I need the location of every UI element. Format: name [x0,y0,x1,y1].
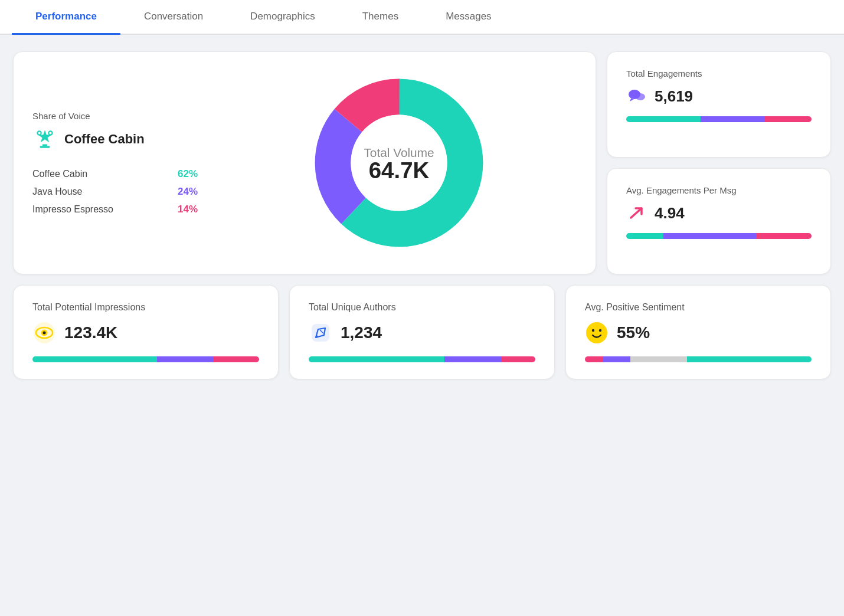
sov-item-impresso: Impresso Espresso 14% [32,204,198,215]
main-content: Share of Voice Coffee Cabin [0,35,844,396]
total-impressions-value: 123.4K [64,323,117,342]
sov-item-java-house: Java House 24% [32,186,198,198]
svg-point-14 [592,329,594,332]
avg-engagements-card: Avg. Engagements Per Msg 4.94 [607,168,831,274]
svg-point-13 [586,322,607,343]
chat-bubbles-icon [626,86,647,107]
avg-sentiment-bar [585,356,812,362]
sov-item-name-3: Impresso Espresso [32,204,113,215]
sov-label: Share of Voice [32,111,198,121]
tab-performance[interactable]: Performance [12,0,120,35]
sov-item-name-2: Java House [32,186,83,197]
tab-themes[interactable]: Themes [339,0,422,35]
sov-brand-name: Coffee Cabin [64,132,145,147]
total-impressions-value-row: 123.4K [32,321,259,345]
svg-point-3 [37,131,41,135]
total-authors-value-row: 1,234 [309,321,535,345]
total-engagements-label: Total Engagements [626,68,812,78]
donut-chart: Total Volume 64.7K [305,68,493,257]
smiley-icon [585,321,609,345]
avg-sentiment-label: Avg. Positive Sentiment [585,302,812,313]
tab-demographics[interactable]: Demographics [227,0,339,35]
total-engagements-card: Total Engagements 5,619 [607,51,831,158]
svg-rect-1 [40,146,50,148]
sov-item-pct-1: 62% [178,168,198,180]
svg-rect-0 [42,144,47,146]
sov-brand: Coffee Cabin [32,127,198,152]
sov-item-pct-3: 14% [178,204,198,215]
avg-engagements-bar [626,233,812,239]
top-row: Share of Voice Coffee Cabin [13,51,831,274]
avg-sentiment-card: Avg. Positive Sentiment 55% [565,285,831,379]
donut-center-value: 64.7K [369,158,430,183]
right-cards: Total Engagements 5,619 [607,51,831,274]
total-engagements-bar [626,116,812,122]
avg-engagements-value: 4.94 [655,204,685,222]
total-authors-value: 1,234 [341,323,382,342]
trophy-icon [32,127,57,152]
sov-item-coffee-cabin: Coffee Cabin 62% [32,168,198,180]
total-impressions-label: Total Potential Impressions [32,302,259,313]
pencil-icon [309,321,332,345]
tab-conversation[interactable]: Conversation [120,0,227,35]
svg-point-5 [636,93,645,100]
total-engagements-value: 5,619 [655,87,693,106]
avg-sentiment-value: 55% [617,323,650,342]
sov-item-name-1: Coffee Cabin [32,169,87,179]
avg-sentiment-value-row: 55% [585,321,812,345]
sov-left: Share of Voice Coffee Cabin [32,111,198,215]
svg-point-2 [48,131,52,135]
total-impressions-bar [32,356,259,362]
donut-chart-wrap: Total Volume 64.7K [221,68,577,257]
total-impressions-card: Total Potential Impressions 123.4K [13,285,279,379]
tab-messages[interactable]: Messages [422,0,515,35]
avg-engagements-label: Avg. Engagements Per Msg [626,185,812,195]
total-engagements-value-row: 5,619 [626,86,812,107]
arrow-up-right-icon [626,202,647,224]
total-authors-card: Total Unique Authors 1,234 [289,285,555,379]
bottom-row: Total Potential Impressions 123.4K [13,285,831,379]
nav-tabs: Performance Conversation Demographics Th… [0,0,844,35]
sov-items: Coffee Cabin 62% Java House 24% Impresso… [32,168,198,215]
avg-engagements-value-row: 4.94 [626,202,812,224]
svg-point-10 [43,332,46,335]
share-of-voice-card: Share of Voice Coffee Cabin [13,51,596,274]
svg-line-6 [631,208,642,218]
eye-icon [32,321,56,345]
svg-point-15 [599,329,601,332]
total-authors-label: Total Unique Authors [309,302,535,313]
total-authors-bar [309,356,535,362]
svg-rect-11 [312,324,329,342]
sov-item-pct-2: 24% [178,186,198,198]
